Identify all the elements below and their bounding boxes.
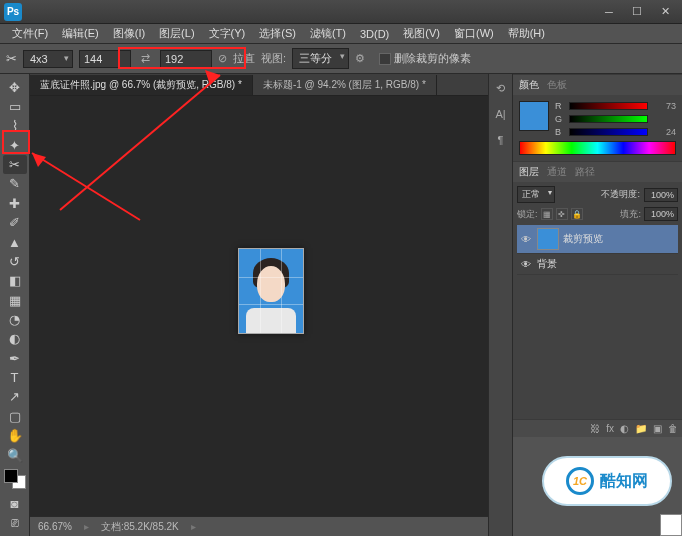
- visibility-icon[interactable]: 👁: [519, 234, 533, 245]
- blend-mode-dropdown[interactable]: 正常: [517, 186, 555, 203]
- fill-input[interactable]: 100%: [644, 207, 678, 221]
- crop-tool[interactable]: ✂: [3, 155, 27, 173]
- b-slider[interactable]: [569, 128, 648, 136]
- menu-file[interactable]: 文件(F): [6, 24, 54, 43]
- canvas-viewport[interactable]: [30, 96, 512, 516]
- type-tool[interactable]: T: [3, 368, 27, 386]
- gear-icon[interactable]: ⚙: [355, 52, 365, 65]
- status-handle-icon[interactable]: ▸: [84, 521, 89, 532]
- history-icon[interactable]: ⟲: [493, 80, 509, 96]
- zoom-level[interactable]: 66.67%: [38, 521, 72, 532]
- stamp-tool[interactable]: ▲: [3, 233, 27, 251]
- menu-select[interactable]: 选择(S): [253, 24, 302, 43]
- mask-icon[interactable]: ◐: [620, 423, 629, 434]
- straighten-button[interactable]: 拉直: [233, 51, 255, 66]
- r-slider[interactable]: [569, 102, 648, 110]
- lock-all-icon[interactable]: 🔒: [571, 208, 583, 220]
- link-icon[interactable]: ⛓: [590, 423, 600, 434]
- menu-filter[interactable]: 滤镜(T): [304, 24, 352, 43]
- fx-icon[interactable]: fx: [606, 423, 614, 434]
- lock-pixels-icon[interactable]: ▦: [541, 208, 553, 220]
- trash-icon[interactable]: 🗑: [668, 423, 678, 434]
- lasso-tool[interactable]: ⌇: [3, 117, 27, 135]
- swap-icon[interactable]: ⇄: [137, 52, 154, 65]
- marquee-tool[interactable]: ▭: [3, 97, 27, 115]
- clear-icon[interactable]: ⊘: [218, 52, 227, 65]
- r-value[interactable]: 73: [652, 101, 676, 111]
- options-bar: ✂ 4x3 144 ⇄ 192 ⊘ 拉直 视图: 三等分 ⚙ 删除裁剪的像素: [0, 44, 682, 74]
- menu-edit[interactable]: 编辑(E): [56, 24, 105, 43]
- layer-name[interactable]: 背景: [537, 257, 557, 271]
- watermark: 1C 酷知网: [542, 456, 672, 506]
- hand-tool[interactable]: ✋: [3, 426, 27, 444]
- document-tab-1[interactable]: 蓝底证件照.jpg @ 66.7% (裁剪预览, RGB/8) *: [30, 75, 253, 95]
- watermark-text: 酷知网: [600, 471, 648, 492]
- view-label: 视图:: [261, 51, 286, 66]
- document-tab-2[interactable]: 未标题-1 @ 94.2% (图层 1, RGB/8) *: [253, 75, 437, 95]
- layers-tab[interactable]: 图层: [519, 165, 539, 179]
- menu-view[interactable]: 视图(V): [397, 24, 446, 43]
- pen-tool[interactable]: ✒: [3, 349, 27, 367]
- hue-strip[interactable]: [519, 141, 676, 155]
- channels-tab[interactable]: 通道: [547, 165, 567, 179]
- delete-cropped-checkbox[interactable]: [379, 53, 391, 65]
- g-slider[interactable]: [569, 115, 648, 123]
- menu-bar: 文件(F) 编辑(E) 图像(I) 图层(L) 文字(Y) 选择(S) 滤镜(T…: [0, 24, 682, 44]
- menu-image[interactable]: 图像(I): [107, 24, 151, 43]
- crop-height-input[interactable]: 192: [160, 50, 212, 68]
- move-tool[interactable]: ✥: [3, 78, 27, 96]
- color-panel: 颜色 色板 R73 G B24: [513, 74, 682, 161]
- menu-window[interactable]: 窗口(W): [448, 24, 500, 43]
- dodge-tool[interactable]: ◐: [3, 330, 27, 348]
- menu-help[interactable]: 帮助(H): [502, 24, 551, 43]
- status-arrow-icon[interactable]: ▸: [191, 521, 196, 532]
- gradient-tool[interactable]: ▦: [3, 291, 27, 309]
- maximize-button[interactable]: ☐: [624, 3, 650, 21]
- swatches-tab[interactable]: 色板: [547, 78, 567, 92]
- layer-row[interactable]: 👁 裁剪预览: [517, 225, 678, 254]
- layer-thumbnail[interactable]: [537, 228, 559, 250]
- b-value[interactable]: 24: [652, 127, 676, 137]
- path-tool[interactable]: ↗: [3, 388, 27, 406]
- paths-tab[interactable]: 路径: [575, 165, 595, 179]
- paragraph-icon[interactable]: ¶: [493, 132, 509, 148]
- zoom-tool[interactable]: 🔍: [3, 446, 27, 464]
- app-logo: Ps: [4, 3, 22, 21]
- wand-tool[interactable]: ✦: [3, 136, 27, 154]
- canvas-area: 蓝底证件照.jpg @ 66.7% (裁剪预览, RGB/8) * 未标题-1 …: [30, 74, 512, 536]
- close-button[interactable]: ✕: [652, 3, 678, 21]
- eyedropper-tool[interactable]: ✎: [3, 175, 27, 193]
- menu-layer[interactable]: 图层(L): [153, 24, 200, 43]
- menu-type[interactable]: 文字(Y): [203, 24, 252, 43]
- overlay-dropdown[interactable]: 三等分: [292, 48, 349, 69]
- canvas-image[interactable]: [238, 248, 304, 334]
- layers-footer: ⛓ fx ◐ 📁 ▣ 🗑: [513, 419, 682, 437]
- history-brush-tool[interactable]: ↺: [3, 252, 27, 270]
- opacity-input[interactable]: 100%: [644, 188, 678, 202]
- color-tab[interactable]: 颜色: [519, 78, 539, 92]
- visibility-icon[interactable]: 👁: [519, 259, 533, 270]
- lock-position-icon[interactable]: ✜: [556, 208, 568, 220]
- color-preview[interactable]: [519, 101, 549, 131]
- layer-thumbnail[interactable]: [660, 514, 682, 536]
- status-bar: 66.67% ▸ 文档:85.2K/85.2K ▸: [30, 516, 512, 536]
- crop-width-input[interactable]: 144: [79, 50, 131, 68]
- folder-icon[interactable]: 📁: [635, 423, 647, 434]
- blur-tool[interactable]: ◔: [3, 310, 27, 328]
- quickmask-tool[interactable]: ◙: [3, 494, 27, 512]
- new-layer-icon[interactable]: ▣: [653, 423, 662, 434]
- crop-overlay[interactable]: [238, 248, 304, 334]
- healing-tool[interactable]: ✚: [3, 194, 27, 212]
- menu-3d[interactable]: 3D(D): [354, 26, 395, 42]
- eraser-tool[interactable]: ◧: [3, 272, 27, 290]
- layer-name[interactable]: 裁剪预览: [563, 232, 603, 246]
- ratio-dropdown[interactable]: 4x3: [23, 50, 73, 68]
- color-swatch[interactable]: [4, 469, 26, 489]
- doc-size: 文档:85.2K/85.2K: [101, 520, 179, 534]
- brush-tool[interactable]: ✐: [3, 214, 27, 232]
- screenmode-tool[interactable]: ⎚: [3, 514, 27, 532]
- character-icon[interactable]: A|: [493, 106, 509, 122]
- shape-tool[interactable]: ▢: [3, 407, 27, 425]
- layer-row[interactable]: 👁 背景: [517, 254, 678, 275]
- minimize-button[interactable]: ─: [596, 3, 622, 21]
